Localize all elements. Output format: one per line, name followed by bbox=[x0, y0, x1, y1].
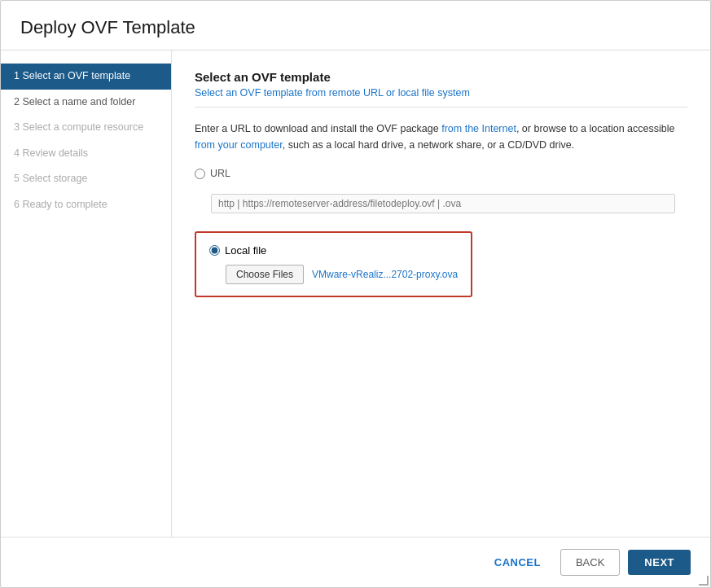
url-input-container bbox=[211, 194, 687, 213]
local-file-section: Local file Choose Files VMware-vRealiz..… bbox=[195, 226, 687, 297]
url-radio-label: URL bbox=[210, 168, 230, 179]
dialog-body: 1 Select an OVF template 2 Select a name… bbox=[1, 50, 710, 537]
radio-group: URL Local file Choose Fil bbox=[195, 168, 687, 297]
sidebar: 1 Select an OVF template 2 Select a name… bbox=[1, 50, 172, 537]
cancel-button[interactable]: CANCEL bbox=[483, 550, 552, 575]
main-content: Select an OVF template Select an OVF tem… bbox=[172, 50, 710, 537]
description-link1: from the Internet bbox=[441, 123, 516, 134]
next-button[interactable]: NEXT bbox=[628, 550, 691, 575]
sidebar-item-step1[interactable]: 1 Select an OVF template bbox=[1, 64, 171, 90]
section-title: Select an OVF template bbox=[195, 70, 687, 84]
back-button[interactable]: BACK bbox=[560, 549, 620, 576]
url-radio-option: URL bbox=[195, 168, 687, 179]
selected-file-name: VMware-vRealiz...2702-proxy.ova bbox=[312, 269, 458, 280]
section-subtitle: Select an OVF template from remote URL o… bbox=[195, 87, 687, 108]
local-file-inner: Local file Choose Files VMware-vRealiz..… bbox=[209, 244, 458, 284]
sidebar-item-step2[interactable]: 2 Select a name and folder bbox=[1, 90, 171, 116]
local-file-box: Local file Choose Files VMware-vRealiz..… bbox=[195, 231, 472, 297]
file-chooser-row: Choose Files VMware-vRealiz...2702-proxy… bbox=[226, 265, 458, 284]
dialog-footer: CANCEL BACK NEXT bbox=[1, 537, 710, 587]
url-input[interactable] bbox=[211, 194, 675, 213]
deploy-ovf-dialog: Deploy OVF Template 1 Select an OVF temp… bbox=[0, 0, 711, 588]
dialog-title: Deploy OVF Template bbox=[1, 1, 710, 50]
description-text: Enter a URL to download and install the … bbox=[195, 121, 687, 153]
description-link2: from your computer bbox=[195, 139, 283, 151]
url-radio[interactable] bbox=[195, 169, 205, 179]
resize-handle[interactable] bbox=[699, 576, 709, 586]
local-file-label: Local file bbox=[225, 244, 266, 257]
sidebar-item-step5[interactable]: 5 Select storage bbox=[1, 166, 171, 192]
local-file-header: Local file bbox=[209, 244, 458, 257]
choose-files-button[interactable]: Choose Files bbox=[226, 265, 304, 284]
sidebar-item-step6[interactable]: 6 Ready to complete bbox=[1, 192, 171, 218]
sidebar-item-step4[interactable]: 4 Review details bbox=[1, 141, 171, 167]
local-file-radio[interactable] bbox=[209, 245, 220, 256]
sidebar-item-step3[interactable]: 3 Select a compute resource bbox=[1, 115, 171, 141]
